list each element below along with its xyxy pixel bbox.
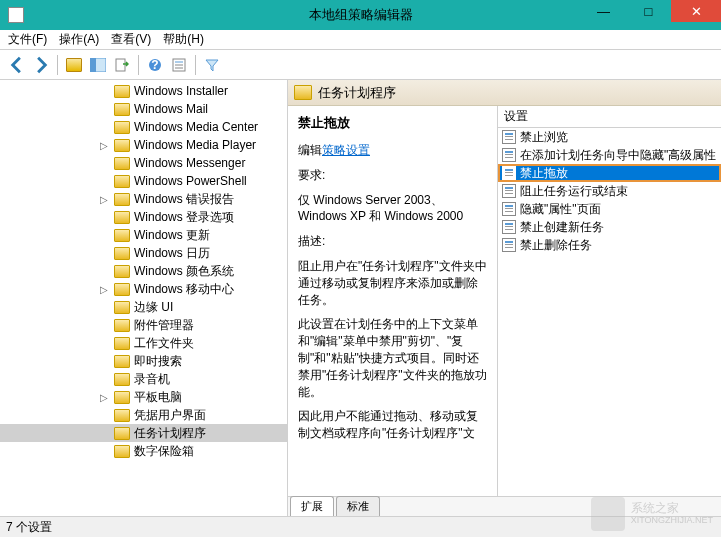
right-pane: 任务计划程序 禁止拖放 编辑策略设置 要求: 仅 Windows Server … [288,80,721,516]
setting-label: 阻止任务运行或结束 [520,183,628,200]
tree-item-label: Windows 登录选项 [134,209,234,226]
tree-expander-icon[interactable]: ▷ [98,284,110,295]
help-button[interactable]: ? [144,54,166,76]
folder-icon [114,229,130,242]
description-text-2: 此设置在计划任务中的上下文菜单和"编辑"菜单中禁用"剪切"、"复制"和"粘贴"快… [298,316,487,400]
tree-item-label: Windows PowerShell [134,174,247,188]
setting-item[interactable]: 在添加计划任务向导中隐藏"高级属性 [498,146,721,164]
window-controls: — □ ✕ [581,0,721,22]
folder-icon [114,175,130,188]
settings-pane: 设置 禁止浏览在添加计划任务向导中隐藏"高级属性禁止拖放阻止任务运行或结束隐藏"… [498,106,721,496]
setting-item[interactable]: 禁止浏览 [498,128,721,146]
tree-item[interactable]: Windows 更新 [0,226,287,244]
separator [195,55,196,75]
properties-button[interactable] [168,54,190,76]
tree-item[interactable]: Windows Installer [0,82,287,100]
tree-item[interactable]: 工作文件夹 [0,334,287,352]
setting-item[interactable]: 隐藏"属性"页面 [498,200,721,218]
content-header: 任务计划程序 [288,80,721,106]
tree-item[interactable]: 录音机 [0,370,287,388]
view-tabs: 扩展 标准 [288,496,721,516]
tree-item[interactable]: 凭据用户界面 [0,406,287,424]
tree-item[interactable]: Windows Messenger [0,154,287,172]
menu-file[interactable]: 文件(F) [8,31,47,48]
tree-item[interactable]: Windows PowerShell [0,172,287,190]
policy-icon [502,184,516,198]
forward-button[interactable] [30,54,52,76]
folder-icon [114,355,130,368]
setting-item[interactable]: 禁止创建新任务 [498,218,721,236]
status-text: 7 个设置 [6,519,52,536]
tree-item[interactable]: Windows Media Center [0,118,287,136]
settings-list[interactable]: 禁止浏览在添加计划任务向导中隐藏"高级属性禁止拖放阻止任务运行或结束隐藏"属性"… [498,128,721,496]
tree-pane[interactable]: Windows InstallerWindows MailWindows Med… [0,80,288,516]
tree-item[interactable]: 附件管理器 [0,316,287,334]
tree-expander-icon[interactable]: ▷ [98,392,110,403]
policy-icon [502,148,516,162]
folder-icon [114,193,130,206]
tab-extended[interactable]: 扩展 [290,496,334,516]
tree-item[interactable]: Windows 日历 [0,244,287,262]
menu-action[interactable]: 操作(A) [59,31,99,48]
maximize-button[interactable]: □ [626,0,671,22]
tree-expander-icon[interactable]: ▷ [98,194,110,205]
tree-item-label: Windows 错误报告 [134,191,234,208]
setting-label: 禁止拖放 [520,165,568,182]
menu-help[interactable]: 帮助(H) [163,31,204,48]
up-folder-button[interactable] [63,54,85,76]
show-hide-tree-button[interactable] [87,54,109,76]
setting-label: 禁止浏览 [520,129,568,146]
separator [57,55,58,75]
app-icon [8,7,24,23]
tree-item[interactable]: Windows Mail [0,100,287,118]
folder-icon [294,85,312,100]
tree-item[interactable]: 边缘 UI [0,298,287,316]
tree-expander-icon[interactable]: ▷ [98,140,110,151]
policy-icon [502,166,516,180]
requirements-text: 仅 Windows Server 2003、Windows XP 和 Windo… [298,192,487,226]
folder-icon [114,445,130,458]
tree-item[interactable]: 数字保险箱 [0,442,287,460]
setting-item[interactable]: 禁止拖放 [498,164,721,182]
window-title: 本地组策略编辑器 [309,6,413,24]
tree-item-label: 任务计划程序 [134,425,206,442]
tree-item-label: 附件管理器 [134,317,194,334]
folder-icon [114,337,130,350]
folder-icon [114,211,130,224]
setting-item[interactable]: 阻止任务运行或结束 [498,182,721,200]
folder-icon [114,409,130,422]
tree-item-label: Windows Installer [134,84,228,98]
content-title: 任务计划程序 [318,84,396,102]
tree-item[interactable]: ▷Windows 错误报告 [0,190,287,208]
minimize-button[interactable]: — [581,0,626,22]
folder-icon [114,427,130,440]
tree-item[interactable]: 任务计划程序 [0,424,287,442]
filter-button[interactable] [201,54,223,76]
export-list-button[interactable] [111,54,133,76]
tree-item-label: Windows Media Player [134,138,256,152]
settings-column-header[interactable]: 设置 [498,106,721,128]
setting-name: 禁止拖放 [298,114,487,132]
tree-item[interactable]: ▷Windows Media Player [0,136,287,154]
folder-icon [114,121,130,134]
tab-standard[interactable]: 标准 [336,496,380,516]
tree-item[interactable]: ▷平板电脑 [0,388,287,406]
tree-item[interactable]: 即时搜索 [0,352,287,370]
folder-icon [66,58,82,72]
folder-icon [114,319,130,332]
folder-icon [114,85,130,98]
close-button[interactable]: ✕ [671,0,721,22]
folder-icon [114,391,130,404]
folder-icon [114,103,130,116]
tree-item[interactable]: ▷Windows 移动中心 [0,280,287,298]
titlebar: 本地组策略编辑器 — □ ✕ [0,0,721,30]
tree-item[interactable]: Windows 登录选项 [0,208,287,226]
tree-item[interactable]: Windows 颜色系统 [0,262,287,280]
edit-policy-link[interactable]: 策略设置 [322,143,370,157]
menu-view[interactable]: 查看(V) [111,31,151,48]
back-button[interactable] [6,54,28,76]
description-text-3: 因此用户不能通过拖动、移动或复制文档或程序向"任务计划程序"文 [298,408,487,442]
setting-label: 隐藏"属性"页面 [520,201,601,218]
statusbar: 7 个设置 [0,517,721,537]
setting-item[interactable]: 禁止删除任务 [498,236,721,254]
